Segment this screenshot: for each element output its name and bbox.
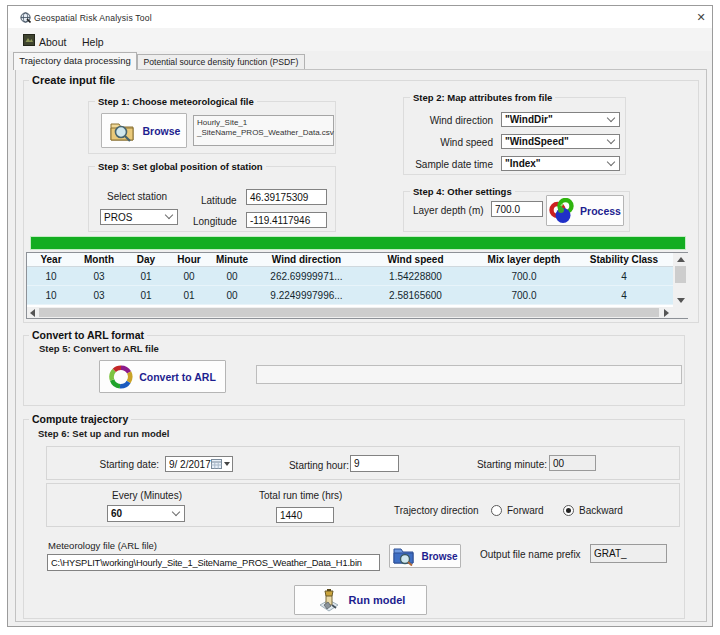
table-cell[interactable]: 00 xyxy=(169,271,209,282)
table-header-cell[interactable]: Hour xyxy=(169,254,209,265)
output-prefix-field[interactable]: GRAT_ xyxy=(590,544,667,563)
met-arl-file-field[interactable]: C:\HYSPLIT\working\Hourly_Site_1_SiteNam… xyxy=(47,554,380,571)
table-vscrollbar[interactable] xyxy=(673,253,688,307)
process-button[interactable]: Process xyxy=(546,195,624,226)
create-input-file-label: Create input file xyxy=(29,74,118,86)
convert-to-arl-button[interactable]: Convert to ARL xyxy=(99,360,226,393)
table-header-cell[interactable]: Wind speed xyxy=(358,254,473,265)
run-model-icon xyxy=(316,587,342,613)
table-cell[interactable]: 10 xyxy=(27,290,75,301)
sample-date-combobox[interactable]: "Index" xyxy=(501,156,620,171)
table-cell[interactable]: 01 xyxy=(123,271,169,282)
color-wheel-icon xyxy=(109,365,133,389)
step2-label: Step 2: Map attributes from file xyxy=(410,92,555,103)
scroll-right-icon[interactable] xyxy=(664,309,669,317)
starting-minute-label: Starting minute: xyxy=(473,459,547,470)
station-combobox[interactable]: PROS xyxy=(100,209,178,225)
tab-strip: Trajectory data processing Potential sou… xyxy=(8,51,712,70)
table-cell[interactable]: 00 xyxy=(209,271,255,282)
scroll-down-icon[interactable] xyxy=(677,298,685,303)
starting-minute-field[interactable]: 00 xyxy=(549,455,596,471)
wind-speed-chevron-icon xyxy=(607,135,615,143)
run-settings-panel: Every (Minutes) 60 Total run time (hrs) … xyxy=(46,483,680,527)
table-cell[interactable]: 01 xyxy=(123,290,169,301)
table-cell[interactable]: 700.0 xyxy=(473,271,575,282)
table-header-cell[interactable]: Wind direction xyxy=(255,254,358,265)
table-cell[interactable]: 00 xyxy=(209,290,255,301)
station-value: PROS xyxy=(104,212,132,223)
hscroll-thumb[interactable] xyxy=(39,308,659,317)
step2-box: Step 2: Map attributes from file Wind di… xyxy=(403,97,626,175)
menu-about[interactable]: About xyxy=(39,36,66,48)
step4-box: Step 4: Other settings Layer depth (m) 7… xyxy=(403,191,630,232)
wind-speed-value: "WindSpeed" xyxy=(505,136,569,147)
table-cell[interactable]: 01 xyxy=(169,290,209,301)
scroll-left-icon[interactable] xyxy=(30,309,35,317)
starting-minute-value: 00 xyxy=(553,458,564,469)
every-minutes-label: Every (Minutes) xyxy=(112,490,182,501)
table-header-cell[interactable]: Day xyxy=(123,254,169,265)
backward-radio-label[interactable]: Backward xyxy=(579,505,623,516)
vscroll-thumb[interactable] xyxy=(675,266,686,283)
wind-speed-combobox[interactable]: "WindSpeed" xyxy=(501,134,620,149)
backward-radio[interactable] xyxy=(563,505,574,516)
convert-to-arl-group-label: Convert to ARL format xyxy=(29,329,147,341)
table-cell[interactable]: 1.54228800 xyxy=(358,271,473,282)
forward-radio[interactable] xyxy=(491,505,502,516)
app-icon xyxy=(20,12,31,23)
tab-trajectory-data-processing[interactable]: Trajectory data processing xyxy=(13,52,137,70)
latitude-field[interactable]: 46.39175309 xyxy=(246,189,327,205)
table-cell[interactable]: 10 xyxy=(27,271,75,282)
window-title: Geospatial Risk Analysis Tool xyxy=(34,13,152,23)
table-header-cell[interactable]: Minute xyxy=(209,254,255,265)
table-cell[interactable]: 4 xyxy=(575,271,673,282)
table-cell[interactable]: 2.58165600 xyxy=(358,290,473,301)
output-prefix-label: Output file name prefix xyxy=(480,549,581,560)
starting-hour-field[interactable]: 9 xyxy=(350,455,399,472)
convert-progressbar xyxy=(256,365,682,384)
step3-label: Step 3: Set global position of station xyxy=(95,161,266,172)
every-minutes-value: 60 xyxy=(111,508,122,519)
run-model-button[interactable]: Run model xyxy=(294,585,427,615)
longitude-label: Longitude xyxy=(193,216,237,227)
blue-folder-search-icon xyxy=(392,546,416,566)
table-header-cell[interactable]: Mix layer depth xyxy=(473,254,575,265)
every-minutes-combobox[interactable]: 60 xyxy=(107,505,185,522)
table-header-cell[interactable]: Month xyxy=(75,254,123,265)
table-header-cell[interactable]: Stability Class xyxy=(575,254,673,265)
longitude-field[interactable]: -119.4117946 xyxy=(246,212,327,228)
table-cell[interactable]: 03 xyxy=(75,290,123,301)
menu-bar: About Help xyxy=(8,28,712,51)
layer-depth-field[interactable]: 700.0 xyxy=(491,201,543,217)
total-run-time-field[interactable]: 1440 xyxy=(276,507,334,523)
scroll-up-icon[interactable] xyxy=(677,257,685,262)
close-button[interactable]: ✕ xyxy=(694,10,708,24)
met-csv-filename-box: Hourly_Site_1 _SiteName_PROS_Weather_Dat… xyxy=(193,115,334,146)
output-prefix-value: GRAT_ xyxy=(594,548,627,559)
tab-psdf[interactable]: Potential source density function (PSDF) xyxy=(137,54,305,70)
table-cell[interactable]: 9.2249997996... xyxy=(255,290,358,301)
compute-trajectory-group: Compute trajectory Step 6: Set up and ru… xyxy=(23,419,685,619)
step1-box: Step 1: Choose meteorological file Brows… xyxy=(88,101,336,154)
create-input-file-group: Create input file Step 1: Choose meteoro… xyxy=(23,80,699,323)
forward-radio-label[interactable]: Forward xyxy=(507,505,544,516)
browse-arl-file-button[interactable]: Browse xyxy=(389,544,461,568)
total-run-time-label: Total run time (hrs) xyxy=(259,490,342,501)
step5-label: Step 5: Convert to ARL file xyxy=(39,343,159,354)
table-cell[interactable]: 03 xyxy=(75,271,123,282)
calendar-icon xyxy=(211,459,222,469)
folder-search-icon xyxy=(108,119,138,143)
starting-hour-value: 9 xyxy=(354,458,360,469)
browse-met-file-button[interactable]: Browse xyxy=(101,113,187,148)
table-header-cell[interactable]: Year xyxy=(27,254,75,265)
met-csv-filename-line1: Hourly_Site_1 xyxy=(197,118,333,128)
starting-date-picker[interactable]: 9/ 2/2017 xyxy=(165,456,233,472)
menu-help[interactable]: Help xyxy=(82,36,104,48)
start-time-panel: Starting date: 9/ 2/2017 Starting hour: … xyxy=(46,446,680,480)
table-hscrollbar[interactable] xyxy=(27,307,673,318)
table-cell[interactable]: 262.69999971... xyxy=(255,271,358,282)
wind-direction-combobox[interactable]: "WindDir" xyxy=(501,112,620,127)
table-cell[interactable]: 700.0 xyxy=(473,290,575,301)
table-cell[interactable]: 4 xyxy=(575,290,673,301)
convert-to-arl-label: Convert to ARL xyxy=(139,371,216,383)
